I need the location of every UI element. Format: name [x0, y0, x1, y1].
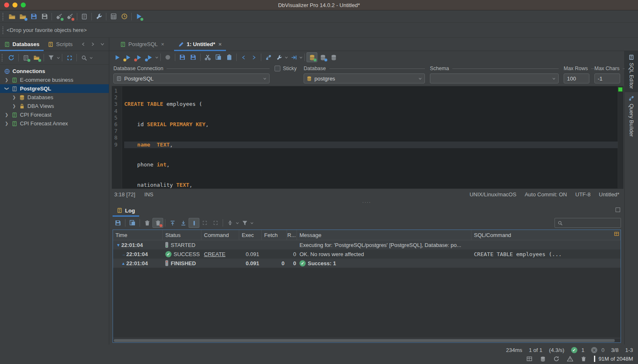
- expand-arrow-icon[interactable]: ❯: [4, 121, 9, 126]
- column-header-sql[interactable]: SQL/Command: [471, 230, 621, 240]
- log-filter-button[interactable]: [239, 218, 250, 228]
- window-controls[interactable]: [4, 2, 26, 7]
- sql-blocks-button[interactable]: [263, 52, 274, 62]
- minimize-window-button[interactable]: [12, 2, 17, 7]
- sticky-option[interactable]: Sticky: [275, 64, 299, 73]
- auto-commit-status[interactable]: Auto Commit: ON: [525, 191, 567, 198]
- code-area[interactable]: CREATE TABLE employees ( id SERIAL PRIMA…: [122, 86, 618, 188]
- line-ending[interactable]: UNIX/Linux/macOS: [469, 191, 516, 198]
- column-header-exec[interactable]: Exec: [239, 230, 262, 240]
- tree-item-dba-views[interactable]: ❯ DBA Views: [0, 102, 109, 110]
- log-filter-dropdown-icon[interactable]: [250, 221, 254, 225]
- new-sql-commander-button[interactable]: [133, 12, 144, 22]
- disconnect-button[interactable]: [64, 12, 75, 22]
- prev-tab-icon[interactable]: [81, 42, 86, 46]
- next-button[interactable]: [251, 55, 257, 60]
- monitor-grid-icon[interactable]: [526, 356, 532, 362]
- tree-item-postgresql[interactable]: ❯ PostgreSQL: [0, 84, 109, 93]
- column-header-message[interactable]: Message: [297, 230, 471, 240]
- tab-list-icon[interactable]: [100, 42, 105, 46]
- goto-dropdown-icon[interactable]: [299, 56, 303, 59]
- locate-dropdown-icon[interactable]: [89, 56, 93, 60]
- expand-arrow-icon[interactable]: ❯: [4, 78, 9, 82]
- tab-databases[interactable]: Databases: [0, 38, 44, 51]
- commit-button[interactable]: [307, 52, 317, 62]
- row-height-dropdown-icon[interactable]: [236, 221, 239, 225]
- log-table[interactable]: Time Status Command Exec Fetch R... Mess…: [113, 230, 621, 343]
- memory-indicator[interactable]: 91M of 2048M: [594, 356, 633, 362]
- sql-editor[interactable]: 12 34 56 78 9 CREATE TABLE employees ( i…: [112, 86, 623, 189]
- tree-item-cpi-forecast[interactable]: ❯ CPI Forecast: [0, 110, 109, 119]
- warnings-icon[interactable]: [567, 356, 573, 362]
- max-chars-input[interactable]: -1: [594, 73, 620, 83]
- paste-button[interactable]: [224, 52, 235, 62]
- execute-dropdown-icon[interactable]: [155, 56, 159, 59]
- expand-arrow-icon[interactable]: ❯: [4, 112, 9, 117]
- stop-button[interactable]: [162, 52, 173, 62]
- schema-select[interactable]: [430, 73, 559, 83]
- clear-log-button[interactable]: [142, 218, 152, 228]
- goto-button[interactable]: [288, 52, 299, 62]
- execute-current-button[interactable]: [123, 52, 133, 62]
- create-folder-button[interactable]: [31, 53, 42, 63]
- settings-dropdown-icon[interactable]: [285, 56, 288, 59]
- log-search-input[interactable]: [565, 220, 615, 226]
- connect-button[interactable]: [54, 12, 64, 22]
- refresh-button[interactable]: [6, 53, 17, 63]
- tab-scripts[interactable]: Scripts: [44, 38, 77, 51]
- maximize-panel-icon[interactable]: [616, 208, 620, 212]
- editor-settings-button[interactable]: [274, 52, 285, 62]
- execute-button[interactable]: [112, 52, 123, 62]
- collapse-row-icon[interactable]: ▼: [115, 243, 121, 247]
- sync-icon[interactable]: [553, 356, 559, 362]
- save-log-button[interactable]: [113, 218, 123, 228]
- tree-item-connections[interactable]: Connections: [0, 67, 109, 76]
- column-chooser-icon[interactable]: [614, 231, 619, 237]
- max-rows-input[interactable]: 100: [564, 73, 589, 83]
- tab-postgresql[interactable]: PostgreSQL ×: [116, 38, 168, 51]
- log-command-link[interactable]: CREATE: [201, 251, 239, 257]
- log-row-finished[interactable]: ▲22:01:04 FINISHED 0.091 0 0 Success: 1: [113, 259, 621, 268]
- column-header-time[interactable]: Time: [113, 230, 163, 240]
- log-table-header[interactable]: Time Status Command Exec Fetch R... Mess…: [113, 230, 621, 240]
- tree-item-databases[interactable]: ❯ Databases: [0, 93, 109, 102]
- cut-button[interactable]: [202, 52, 213, 62]
- tree-item-ecommerce[interactable]: ❯ E-commerce business: [0, 76, 109, 84]
- save-button[interactable]: [28, 12, 39, 22]
- editor-scrollbar[interactable]: [618, 86, 623, 188]
- log-row-success[interactable]: →22:01:04 SUCCESS CREATE 0.091 0 OK. No …: [113, 249, 621, 259]
- log-search-box[interactable]: [555, 218, 621, 228]
- zoom-window-button[interactable]: [21, 2, 26, 7]
- column-header-rows[interactable]: R...: [287, 230, 297, 240]
- database-select[interactable]: postgres: [304, 73, 425, 83]
- expand-arrow-icon[interactable]: ❯: [12, 95, 17, 100]
- log-row-started[interactable]: ▼22:01:04 STARTED Executing for: 'Postgr…: [113, 240, 621, 249]
- copy-button[interactable]: [213, 52, 224, 62]
- auto-clear-log-button[interactable]: [152, 218, 163, 228]
- transactions-button[interactable]: [328, 52, 339, 62]
- filter-button[interactable]: [46, 53, 56, 63]
- open-file-button[interactable]: [7, 12, 17, 22]
- favorites-drag-handle[interactable]: [2, 27, 5, 34]
- create-connection-button[interactable]: [20, 53, 31, 63]
- expand-arrow-icon[interactable]: ❯: [12, 104, 17, 108]
- copy-log-button[interactable]: [127, 218, 138, 228]
- editor-save-button[interactable]: [177, 52, 188, 62]
- scrollbar-thumb[interactable]: [114, 339, 615, 342]
- tail-log-button[interactable]: [189, 218, 199, 228]
- close-tab-icon[interactable]: ×: [218, 41, 222, 47]
- tab-log[interactable]: Log: [113, 205, 139, 216]
- column-header-command[interactable]: Command: [201, 230, 239, 240]
- previous-button[interactable]: [241, 55, 246, 60]
- scroll-to-bottom-button[interactable]: [178, 218, 189, 228]
- database-icon[interactable]: [540, 356, 546, 362]
- scroll-to-top-button[interactable]: [167, 218, 178, 228]
- panel-splitter[interactable]: ····: [109, 200, 624, 205]
- connection-select[interactable]: PostgreSQL: [113, 73, 270, 83]
- column-header-status[interactable]: Status: [163, 230, 201, 240]
- close-tab-icon[interactable]: ×: [161, 41, 164, 47]
- execute-explain-button[interactable]: [144, 52, 155, 62]
- next-tab-icon[interactable]: [91, 42, 95, 46]
- toolbar-drag-handle[interactable]: [2, 13, 5, 20]
- locate-button[interactable]: [79, 53, 89, 63]
